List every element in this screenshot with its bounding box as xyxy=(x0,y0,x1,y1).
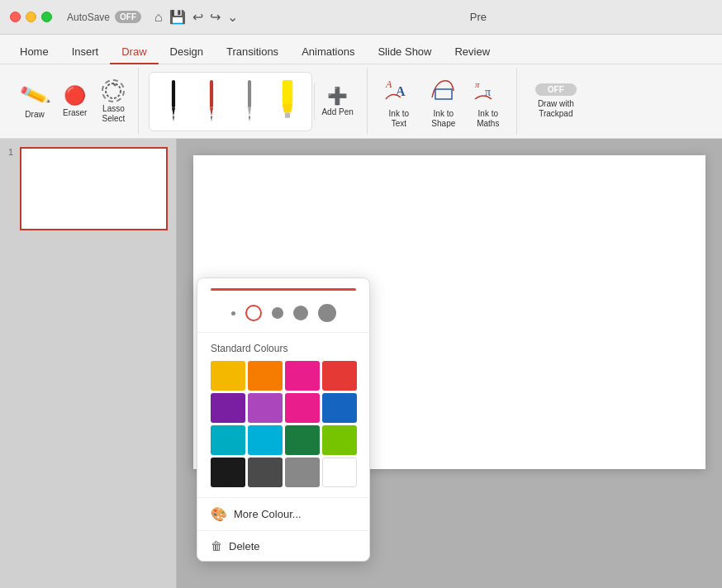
ribbon-toolbar: ✏️ Draw 🔴 Eraser LassoSelect xyxy=(0,64,722,139)
colour-grid xyxy=(211,361,356,487)
add-pen-label: Add Pen xyxy=(321,107,353,117)
more-icon[interactable]: ⌄ xyxy=(227,9,238,25)
ink-to-text-label: Ink toText xyxy=(389,109,409,129)
maximize-button[interactable] xyxy=(41,12,52,22)
svg-text:π: π xyxy=(475,79,480,89)
save-icon[interactable]: 💾 xyxy=(169,9,186,25)
pen-pencil[interactable] xyxy=(232,75,267,128)
size-dot-xs[interactable] xyxy=(231,311,235,315)
trash-icon: 🗑 xyxy=(211,539,222,552)
add-pen-icon: ➕ xyxy=(327,86,348,106)
size-dot-lg[interactable] xyxy=(293,306,308,320)
colour-yellow[interactable] xyxy=(211,361,245,391)
tab-slideshow[interactable]: Slide Show xyxy=(366,40,443,64)
svg-marker-7 xyxy=(211,116,212,121)
svg-line-1 xyxy=(113,83,116,86)
svg-marker-9 xyxy=(248,107,251,116)
colour-lime[interactable] xyxy=(322,425,357,455)
svg-marker-12 xyxy=(283,104,292,112)
colour-pink[interactable] xyxy=(285,361,320,391)
colour-white[interactable] xyxy=(322,458,357,487)
size-dot-sm[interactable] xyxy=(245,305,262,321)
draw-button[interactable]: ✏️ Draw xyxy=(15,79,55,123)
more-colours-label: More Colour... xyxy=(234,508,302,520)
delete-label: Delete xyxy=(229,540,260,552)
svg-rect-11 xyxy=(283,80,292,104)
ink-to-maths-label: Ink toMaths xyxy=(477,109,499,129)
ink-to-maths-button[interactable]: π π Ink toMaths xyxy=(467,71,510,132)
autosave-toggle[interactable]: OFF xyxy=(115,11,141,23)
eraser-button[interactable]: 🔴 Eraser xyxy=(56,82,93,121)
trackpad-group: OFF Draw withTrackpad xyxy=(520,68,591,135)
colour-red[interactable] xyxy=(322,361,357,391)
more-colours-button[interactable]: 🎨 More Colour... xyxy=(197,497,369,530)
svg-rect-13 xyxy=(285,112,290,117)
svg-marker-10 xyxy=(249,116,250,121)
pen-red[interactable] xyxy=(194,75,229,128)
colour-hot-pink[interactable] xyxy=(285,393,320,423)
titlebar: AutoSave OFF ⌂ 💾 ↩ ↪ ⌄ Pre xyxy=(0,0,722,35)
tab-design[interactable]: Design xyxy=(159,40,215,64)
tab-insert[interactable]: Insert xyxy=(60,40,111,64)
ink-to-shape-label: Ink toShape xyxy=(431,109,455,129)
autosave-area: AutoSave OFF xyxy=(67,11,141,23)
delete-button[interactable]: 🗑 Delete xyxy=(197,530,369,561)
ink-to-maths-icon: π π xyxy=(473,74,503,107)
home-icon[interactable]: ⌂ xyxy=(154,10,163,25)
pen-highlighter[interactable] xyxy=(270,75,305,128)
colour-violet[interactable] xyxy=(248,393,283,423)
svg-point-0 xyxy=(106,83,121,98)
draw-group: ✏️ Draw 🔴 Eraser LassoSelect xyxy=(8,68,139,135)
draw-trackpad-button[interactable]: OFF Draw withTrackpad xyxy=(527,80,585,122)
colour-gray[interactable] xyxy=(285,458,320,487)
traffic-lights xyxy=(10,12,52,22)
colour-green[interactable] xyxy=(285,425,320,455)
svg-rect-8 xyxy=(248,80,251,107)
pen-dropdown-popup: Standard Colours 🎨 xyxy=(197,277,370,562)
pen-selector-group: ➕ Add Pen xyxy=(142,68,367,135)
undo-icon[interactable]: ↩ xyxy=(192,9,203,25)
ink-to-text-icon: A A xyxy=(384,74,414,107)
minimize-button[interactable] xyxy=(26,12,36,22)
colour-navy[interactable] xyxy=(322,393,357,423)
redo-icon[interactable]: ↪ xyxy=(210,9,221,25)
svg-rect-2 xyxy=(172,80,175,107)
color-line xyxy=(211,288,356,291)
colour-cyan[interactable] xyxy=(248,425,283,455)
tab-transitions[interactable]: Transitions xyxy=(215,40,290,64)
pen-selector xyxy=(149,72,312,131)
color-line-section xyxy=(197,278,369,297)
slide-panel: 1 xyxy=(0,139,177,588)
ink-to-group: A A Ink toText Ink toShape π π xyxy=(371,68,517,135)
lasso-select-button[interactable]: LassoSelect xyxy=(95,76,131,127)
size-section xyxy=(197,297,369,332)
svg-rect-5 xyxy=(210,80,213,107)
ribbon-tabs: Home Insert Draw Design Transitions Anim… xyxy=(0,35,722,64)
colours-section: Standard Colours xyxy=(197,333,369,497)
colour-dark-gray[interactable] xyxy=(248,458,283,487)
colour-black[interactable] xyxy=(211,458,245,487)
size-dot-xl[interactable] xyxy=(318,304,336,322)
svg-text:A: A xyxy=(385,78,392,90)
ink-to-shape-icon xyxy=(429,74,458,107)
lasso-icon xyxy=(102,79,125,102)
ink-to-shape-button[interactable]: Ink toShape xyxy=(422,71,465,132)
tab-review[interactable]: Review xyxy=(443,40,501,64)
size-dot-md[interactable] xyxy=(272,307,283,319)
colour-teal[interactable] xyxy=(211,425,245,455)
lasso-label: LassoSelect xyxy=(102,104,126,124)
trackpad-toggle[interactable]: OFF xyxy=(535,83,577,96)
slide-number: 1 xyxy=(8,147,13,157)
add-pen-button[interactable]: ➕ Add Pen xyxy=(314,83,359,121)
slide-thumbnail[interactable] xyxy=(20,147,168,230)
colour-purple[interactable] xyxy=(211,393,245,423)
ink-to-text-button[interactable]: A A Ink toText xyxy=(378,71,420,132)
pen-black[interactable] xyxy=(156,75,191,128)
tab-animations[interactable]: Animations xyxy=(290,40,366,64)
tab-draw[interactable]: Draw xyxy=(110,40,158,64)
colour-orange[interactable] xyxy=(248,361,283,391)
main-area: 1 Standard Colours xyxy=(0,139,722,588)
close-button[interactable] xyxy=(10,12,21,22)
tab-home[interactable]: Home xyxy=(8,40,60,64)
draw-pen-icon: ✏️ xyxy=(18,78,52,111)
